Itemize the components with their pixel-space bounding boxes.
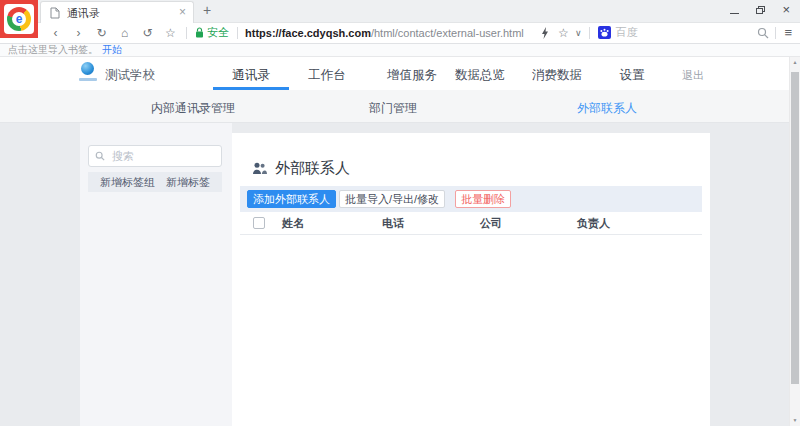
bookmark-star-icon[interactable]: ☆	[159, 26, 182, 40]
secure-label: 安全	[207, 25, 229, 40]
window-controls: ×	[730, 5, 790, 15]
forward-icon[interactable]: ›	[67, 26, 90, 40]
sidebar: 新增标签组 新增标签	[80, 123, 232, 426]
baidu-search-box[interactable]: 百度	[594, 25, 755, 40]
add-tag-group-link[interactable]: 新增标签组	[100, 175, 155, 190]
close-button[interactable]: ×	[782, 5, 790, 15]
subnav-item-external-contacts[interactable]: 外部联系人	[577, 100, 637, 117]
batch-delete-button[interactable]: 批量删除	[455, 190, 511, 208]
search-input[interactable]	[110, 149, 215, 163]
url-host: face.cdyqsh.com	[282, 27, 371, 39]
panel-title-row: 外部联系人	[252, 159, 350, 178]
site-sub-nav: 内部通讯录管理 部门管理 外部联系人	[0, 90, 800, 123]
chevron-down-icon[interactable]: ∨	[571, 28, 585, 38]
bookmark-bar: 点击这里导入书签。 开始	[0, 44, 800, 57]
scrollbar[interactable]: ▲ ▼	[789, 56, 800, 426]
column-header-phone: 电话	[382, 216, 404, 231]
nav-item-workbench[interactable]: 工作台	[308, 67, 346, 84]
tag-actions: 新增标签组 新增标签	[88, 172, 222, 192]
new-tab-button[interactable]: +	[203, 2, 211, 18]
address-bar[interactable]: ‹ › ↻ ⌂ ↺ ☆ 安全 https://face.cdyqsh.com/h…	[0, 22, 800, 44]
baidu-label: 百度	[615, 25, 637, 40]
refresh-icon[interactable]: ↻	[90, 26, 113, 40]
nav-item-value-added[interactable]: 增值服务	[387, 67, 437, 84]
subnav-item-internal-contacts[interactable]: 内部通讯录管理	[151, 100, 235, 117]
tab-close-icon[interactable]: ×	[179, 5, 186, 19]
lock-icon	[195, 27, 204, 38]
page-title: 外部联系人	[275, 159, 350, 178]
divider	[186, 27, 187, 39]
divider	[237, 27, 238, 39]
browser-logo-letter: e	[12, 12, 26, 26]
maximize-button[interactable]	[756, 6, 765, 14]
column-header-name: 姓名	[282, 216, 304, 231]
school-logo-icon	[79, 62, 97, 84]
divider	[775, 27, 776, 39]
logout-link[interactable]: 退出	[682, 68, 704, 83]
search-icon	[95, 151, 105, 161]
browser-tab[interactable]: 通讯录 ×	[40, 1, 194, 23]
add-external-contact-button[interactable]: 添加外部联系人	[247, 190, 336, 208]
minimize-button[interactable]	[730, 13, 739, 14]
table-header-row: 姓名 电话 公司 负责人	[240, 212, 702, 235]
scroll-up-icon[interactable]: ▲	[790, 59, 800, 65]
column-header-owner: 负责人	[577, 216, 610, 231]
undo-icon[interactable]: ↺	[136, 26, 159, 40]
browser-tab-bar: 通讯录 × + ×	[0, 0, 800, 23]
menu-icon[interactable]: ≡	[784, 25, 792, 40]
tab-title: 通讯录	[67, 6, 100, 21]
nav-item-consumption[interactable]: 消费数据	[532, 67, 582, 84]
baidu-icon	[598, 26, 611, 39]
column-header-company: 公司	[480, 216, 502, 231]
bookmark-hint-text: 点击这里导入书签。	[8, 43, 98, 57]
select-all-checkbox[interactable]	[253, 217, 265, 229]
school-name: 测试学校	[105, 67, 155, 84]
page-icon	[50, 7, 60, 19]
nav-item-settings[interactable]: 设置	[620, 67, 645, 84]
home-icon[interactable]: ⌂	[113, 26, 136, 40]
nav-item-data-overview[interactable]: 数据总览	[455, 67, 505, 84]
favorite-star-icon[interactable]: ☆	[555, 26, 571, 40]
scroll-down-icon[interactable]: ▼	[790, 417, 800, 423]
search-icon[interactable]	[757, 27, 769, 39]
flash-icon[interactable]	[541, 27, 549, 39]
divider	[589, 27, 590, 39]
contacts-icon	[252, 162, 267, 175]
screen: 通讯录 × + × e ‹ › ↻ ⌂ ↺ ☆ 安全 https://face.…	[0, 0, 800, 426]
scrollbar-thumb[interactable]	[791, 72, 799, 384]
batch-import-export-button[interactable]: 批量导入/导出/修改	[339, 190, 445, 208]
nav-item-contacts[interactable]: 通讯录	[232, 67, 270, 84]
url-text: https://face.cdyqsh.com/html/contact/ext…	[245, 27, 524, 39]
browser-logo-icon: e	[0, 0, 38, 38]
add-tag-link[interactable]: 新增标签	[166, 175, 210, 190]
bookmark-start-link[interactable]: 开始	[102, 43, 122, 57]
url-path: /html/contact/external-user.html	[371, 27, 524, 39]
subnav-item-departments[interactable]: 部门管理	[369, 100, 417, 117]
sidebar-search-box[interactable]	[88, 145, 222, 167]
site-top-nav: 测试学校 通讯录 工作台 增值服务 数据总览 消费数据 设置 退出	[0, 57, 800, 90]
url-scheme: https://	[245, 27, 282, 39]
toolbar: 添加外部联系人 批量导入/导出/修改 批量删除	[240, 186, 702, 212]
back-icon[interactable]: ‹	[44, 26, 67, 40]
external-contacts-panel: 外部联系人 添加外部联系人 批量导入/导出/修改 批量删除 姓名 电话 公司 负…	[232, 133, 710, 426]
